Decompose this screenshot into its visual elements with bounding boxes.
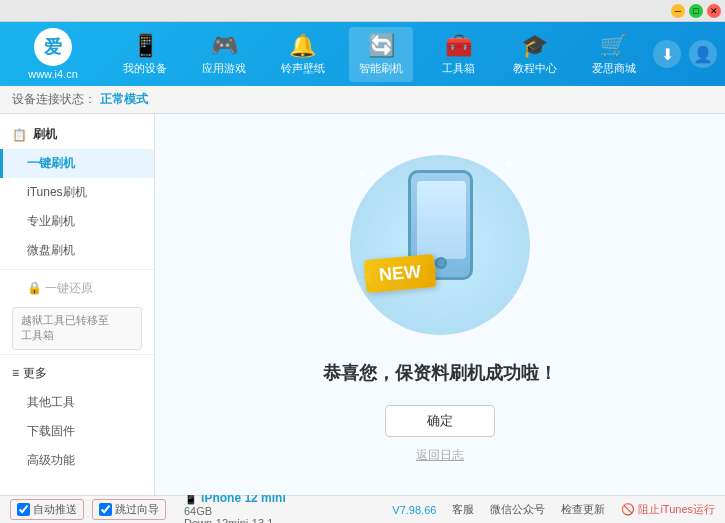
- pro-flash-label: 专业刷机: [27, 214, 75, 228]
- more-section-label: 更多: [23, 365, 47, 382]
- download-firmware-label: 下载固件: [27, 424, 75, 438]
- sidebar-item-advanced[interactable]: 高级功能: [0, 446, 154, 475]
- itunes-icon: 🚫: [621, 503, 635, 516]
- advanced-label: 高级功能: [27, 453, 75, 467]
- device-model: Down-12mini-13.1: [184, 517, 286, 524]
- nav-right-actions: ⬇ 👤: [653, 40, 717, 68]
- service-link[interactable]: 客服: [452, 502, 474, 517]
- nav-tutorial[interactable]: 🎓 教程中心: [503, 27, 567, 82]
- nav-toolbox-label: 工具箱: [442, 61, 475, 76]
- bottombar-right: V7.98.66 客服 微信公众号 检查更新 🚫 阻止iTunes运行: [392, 502, 715, 517]
- itunes-flash-label: iTunes刷机: [27, 185, 87, 199]
- titlebar: ─ □ ✕: [0, 0, 725, 22]
- bottombar-left: 自动推送 跳过向导 📱 iPhone 12 mini 64GB Down-12m…: [10, 491, 286, 524]
- auto-push-checkbox[interactable]: 自动推送: [10, 499, 84, 520]
- version-text: V7.98.66: [392, 504, 436, 516]
- wechat-link[interactable]: 微信公众号: [490, 502, 545, 517]
- nav-ringtone[interactable]: 🔔 铃声壁纸: [271, 27, 335, 82]
- sparkle-2: ✦: [502, 155, 515, 174]
- nav-shop-label: 爱思商城: [592, 61, 636, 76]
- close-button[interactable]: ✕: [707, 4, 721, 18]
- sparkle-1: ✦: [355, 165, 368, 184]
- nav-device-icon: 📱: [132, 33, 159, 59]
- auto-push-input[interactable]: [17, 503, 30, 516]
- one-key-restore-text: 一键还原: [45, 281, 93, 295]
- sidebar-item-itunes-flash[interactable]: iTunes刷机: [0, 178, 154, 207]
- device-storage: 64GB: [184, 505, 286, 517]
- device-info: 📱 iPhone 12 mini 64GB Down-12mini-13.1: [184, 491, 286, 524]
- nav-device-label: 我的设备: [123, 61, 167, 76]
- nav-apps[interactable]: 🎮 应用游戏: [192, 27, 256, 82]
- user-button[interactable]: 👤: [689, 40, 717, 68]
- status-label: 设备连接状态：: [12, 91, 96, 108]
- nav-toolbox-icon: 🧰: [445, 33, 472, 59]
- logo-url: www.i4.cn: [28, 68, 78, 80]
- nav-shop[interactable]: 🛒 爱思商城: [582, 27, 646, 82]
- nav-tutorial-label: 教程中心: [513, 61, 557, 76]
- status-value: 正常模式: [100, 91, 148, 108]
- sidebar: 📋 刷机 一键刷机 iTunes刷机 专业刷机 微盘刷机 🔒 一键还原 越狱工具…: [0, 114, 155, 495]
- nav-my-device[interactable]: 📱 我的设备: [113, 27, 177, 82]
- auto-push-label: 自动推送: [33, 502, 77, 517]
- nav-ringtone-label: 铃声壁纸: [281, 61, 325, 76]
- nav-smart-label: 智能刷机: [359, 61, 403, 76]
- one-key-restore-label: 🔒: [27, 281, 45, 295]
- sidebar-item-one-key-restore: 🔒 一键还原: [0, 274, 154, 303]
- nav-ringtone-icon: 🔔: [289, 33, 316, 59]
- check-update-link[interactable]: 检查更新: [561, 502, 605, 517]
- more-section-icon: ≡: [12, 366, 19, 380]
- topnav: 爱 www.i4.cn 📱 我的设备 🎮 应用游戏 🔔 铃声壁纸 🔄 智能刷机 …: [0, 22, 725, 86]
- flash-section-label: 刷机: [33, 126, 57, 143]
- phone-screen: [417, 181, 466, 259]
- content-area: ✦ ✦ ✦ NEW 恭喜您，保资料刷机成功啦！ 确定 返回日志: [155, 114, 725, 495]
- minimize-button[interactable]: ─: [671, 4, 685, 18]
- flash-section-title: 📋 刷机: [0, 120, 154, 149]
- nav-smart-icon: 🔄: [368, 33, 395, 59]
- jailbreak-notice-text: 越狱工具已转移至工具箱: [21, 314, 109, 341]
- sparkle-3: ✦: [512, 286, 525, 305]
- skip-guide-input[interactable]: [99, 503, 112, 516]
- success-title: 恭喜您，保资料刷机成功啦！: [323, 361, 557, 385]
- nav-tutorial-icon: 🎓: [521, 33, 548, 59]
- new-badge: NEW: [364, 254, 437, 293]
- sidebar-item-download-firmware[interactable]: 下载固件: [0, 417, 154, 446]
- logo-area: 爱 www.i4.cn: [8, 28, 98, 80]
- confirm-label: 确定: [427, 412, 453, 430]
- nav-apps-icon: 🎮: [211, 33, 238, 59]
- back-to-log-link[interactable]: 返回日志: [416, 447, 464, 464]
- nav-toolbox[interactable]: 🧰 工具箱: [428, 27, 488, 82]
- sidebar-item-one-key-flash[interactable]: 一键刷机: [0, 149, 154, 178]
- disk-flash-label: 微盘刷机: [27, 243, 75, 257]
- success-illustration: ✦ ✦ ✦ NEW: [340, 145, 540, 345]
- itunes-label: 阻止iTunes运行: [638, 502, 715, 517]
- logo-symbol: 爱: [44, 35, 62, 59]
- statusbar: 设备连接状态： 正常模式: [0, 86, 725, 114]
- sidebar-item-pro-flash[interactable]: 专业刷机: [0, 207, 154, 236]
- flash-section-icon: 📋: [12, 128, 27, 142]
- maximize-button[interactable]: □: [689, 4, 703, 18]
- skip-guide-checkbox[interactable]: 跳过向导: [92, 499, 166, 520]
- sidebar-divider: [0, 269, 154, 270]
- nav-items: 📱 我的设备 🎮 应用游戏 🔔 铃声壁纸 🔄 智能刷机 🧰 工具箱 🎓 教程中心…: [106, 27, 653, 82]
- main-layout: 📋 刷机 一键刷机 iTunes刷机 专业刷机 微盘刷机 🔒 一键还原 越狱工具…: [0, 114, 725, 495]
- download-button[interactable]: ⬇: [653, 40, 681, 68]
- nav-smart-shop[interactable]: 🔄 智能刷机: [349, 27, 413, 82]
- skip-guide-label: 跳过向导: [115, 502, 159, 517]
- jailbreak-notice: 越狱工具已转移至工具箱: [12, 307, 142, 350]
- logo-icon: 爱: [34, 28, 72, 66]
- nav-apps-label: 应用游戏: [202, 61, 246, 76]
- confirm-button[interactable]: 确定: [385, 405, 495, 437]
- sidebar-item-disk-flash[interactable]: 微盘刷机: [0, 236, 154, 265]
- one-key-flash-label: 一键刷机: [27, 156, 75, 170]
- itunes-status[interactable]: 🚫 阻止iTunes运行: [621, 502, 715, 517]
- other-tools-label: 其他工具: [27, 395, 75, 409]
- sidebar-item-other-tools[interactable]: 其他工具: [0, 388, 154, 417]
- more-section-title: ≡ 更多: [0, 359, 154, 388]
- nav-shop-icon: 🛒: [600, 33, 627, 59]
- sidebar-divider-2: [0, 354, 154, 355]
- bottombar: 自动推送 跳过向导 📱 iPhone 12 mini 64GB Down-12m…: [0, 495, 725, 523]
